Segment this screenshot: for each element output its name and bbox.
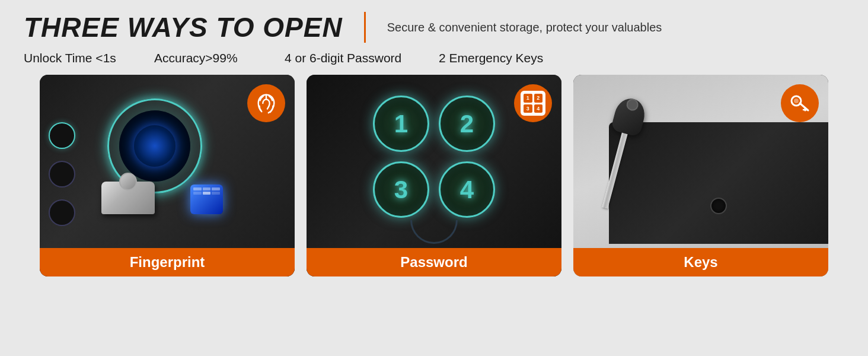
pwd-btn-4: 4 — [439, 161, 495, 218]
title-block: THREE WAYS TO OPEN Secure & convenient s… — [24, 12, 662, 43]
side-btn-2 — [49, 161, 75, 187]
silver-piece — [101, 182, 155, 214]
silver-knob — [119, 173, 137, 190]
blue-chip — [190, 185, 223, 214]
keys-bg — [573, 75, 828, 276]
fingerprint-badge — [247, 84, 285, 122]
header-row: THREE WAYS TO OPEN Secure & convenient s… — [18, 12, 850, 43]
pwd-btn-3: 3 — [373, 161, 429, 218]
subtitle: Secure & convenient storage, protect you… — [387, 21, 662, 34]
fp-visual-area — [95, 90, 226, 220]
keys-label: Keys — [684, 254, 717, 270]
grid-cell-4: 4 — [534, 104, 543, 113]
stats-row: Unlock Time <1s Accuracy>99% 4 or 6-digi… — [18, 51, 850, 65]
main-container: THREE WAYS TO OPEN Secure & convenient s… — [0, 0, 868, 356]
card-fingerprint: Fingerprint — [40, 75, 295, 276]
left-buttons — [49, 122, 75, 226]
cards-row: Fingerprint 1 2 3 4 1 2 — [18, 75, 850, 276]
pwd-btn-2: 2 — [439, 96, 495, 152]
password-label-bar: Password — [307, 248, 561, 276]
chip-cell — [212, 192, 220, 195]
fingerprint-bg — [40, 75, 295, 276]
fingerprint-icon — [255, 92, 277, 115]
chip-cell — [193, 192, 202, 195]
main-title: THREE WAYS TO OPEN — [24, 14, 343, 41]
grid-cell-3: 3 — [524, 104, 532, 113]
chip-cell — [203, 187, 211, 190]
fp-inner-ring — [119, 110, 190, 182]
grid-icon: 1 2 3 4 — [521, 91, 545, 116]
stat-accuracy: Accuracy>99% — [154, 51, 285, 65]
key-icon — [789, 93, 810, 114]
stat-unlock-time: Unlock Time <1s — [24, 51, 154, 65]
grid-cell-1: 1 — [524, 94, 532, 103]
safe-surface — [609, 122, 828, 244]
fingerprint-label-bar: Fingerprint — [40, 248, 295, 276]
chip-cell — [212, 187, 220, 190]
keyhole — [710, 198, 727, 214]
key-head-hole — [625, 97, 639, 112]
chip-cell — [203, 192, 211, 195]
stat-emergency-keys: 2 Emergency Keys — [439, 51, 569, 65]
fp-glow — [134, 125, 175, 167]
chip-cell — [193, 187, 202, 190]
grid-cell-2: 2 — [534, 94, 543, 103]
card-password: 1 2 3 4 1 2 3 4 Password — [307, 75, 561, 276]
password-label: Password — [400, 254, 467, 270]
pwd-btn-1: 1 — [373, 96, 429, 152]
password-badge: 1 2 3 4 — [514, 84, 552, 122]
password-bg: 1 2 3 4 1 2 3 4 — [307, 75, 561, 276]
svg-point-1 — [794, 98, 799, 103]
keys-badge — [781, 84, 819, 122]
title-divider — [364, 12, 366, 43]
fingerprint-label: Fingerprint — [130, 254, 205, 270]
side-btn-1 — [49, 122, 75, 149]
chip-grid — [190, 185, 223, 198]
stat-password-digits: 4 or 6-digit Password — [285, 51, 439, 65]
bottom-ring — [410, 220, 458, 244]
keys-label-bar: Keys — [573, 248, 828, 276]
password-buttons: 1 2 3 4 — [355, 84, 513, 230]
side-btn-3 — [49, 199, 75, 226]
card-keys: Keys — [573, 75, 828, 276]
